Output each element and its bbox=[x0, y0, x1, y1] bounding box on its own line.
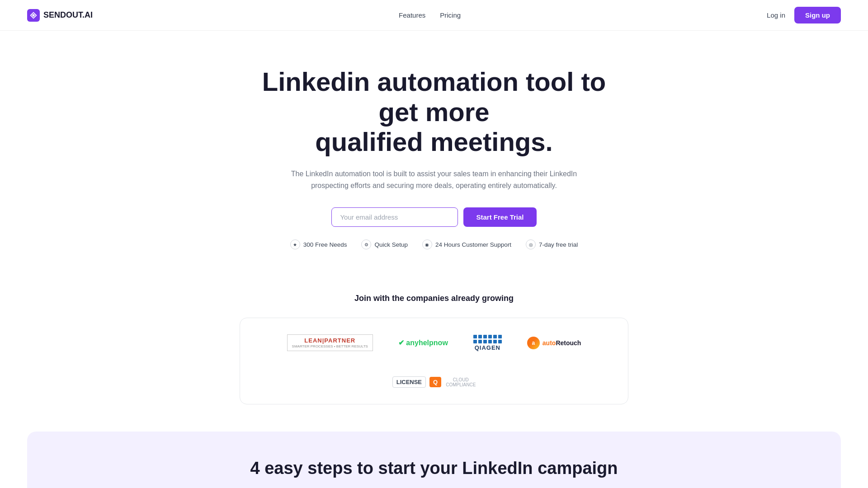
nav-features[interactable]: Features bbox=[399, 11, 425, 19]
nav-pricing[interactable]: Pricing bbox=[440, 11, 461, 19]
hero-cta: Start Free Trial bbox=[258, 207, 610, 227]
signup-button[interactable]: Sign up bbox=[794, 7, 841, 23]
nav-right: Log in Sign up bbox=[767, 7, 841, 23]
login-button[interactable]: Log in bbox=[767, 11, 785, 19]
email-input[interactable] bbox=[331, 207, 458, 227]
navbar: SENDOUT.AI Features Pricing Log in Sign … bbox=[0, 0, 868, 31]
logo-anyhelpnow: ✔ anyhelpnow bbox=[398, 338, 448, 347]
companies-section: Join with the companies already growing … bbox=[0, 272, 868, 422]
badge-quick-setup: ⚙ Quick Setup bbox=[361, 239, 408, 249]
logo-qiagen: QIAGEN bbox=[473, 335, 502, 351]
logo-icon bbox=[27, 9, 40, 22]
support-icon: ◉ bbox=[422, 239, 432, 249]
hero-subtext: The LinkedIn automation tool is built to… bbox=[280, 168, 588, 191]
logo-lean-partner: LEAN|PARTNER SMARTER PROCESSES • BETTER … bbox=[287, 334, 373, 351]
companies-title: Join with the companies already growing bbox=[27, 294, 841, 303]
quick-setup-icon: ⚙ bbox=[361, 239, 371, 249]
hero-headline: Linkedin automation tool to get more qua… bbox=[258, 67, 610, 157]
hero-badges: ★ 300 Free Needs ⚙ Quick Setup ◉ 24 Hour… bbox=[258, 239, 610, 249]
badge-free-needs: ★ 300 Free Needs bbox=[290, 239, 347, 249]
nav-links: Features Pricing bbox=[399, 11, 461, 19]
logo-licenseq: LICENSE Q CLOUDCOMPLIANCE bbox=[392, 376, 476, 388]
svg-point-0 bbox=[32, 14, 34, 16]
hero-section: Linkedin automation tool to get more qua… bbox=[231, 31, 637, 272]
trial-icon: ◎ bbox=[526, 239, 536, 249]
autoretouch-icon: a bbox=[527, 337, 540, 349]
free-needs-icon: ★ bbox=[290, 239, 300, 249]
badge-support: ◉ 24 Hours Customer Support bbox=[422, 239, 511, 249]
steps-title: 4 easy steps to start your LinkedIn camp… bbox=[54, 459, 814, 478]
logo-text: SENDOUT.AI bbox=[43, 10, 93, 20]
start-trial-button[interactable]: Start Free Trial bbox=[463, 207, 536, 227]
badge-trial: ◎ 7-day free trial bbox=[526, 239, 578, 249]
logo[interactable]: SENDOUT.AI bbox=[27, 9, 93, 22]
steps-section: 4 easy steps to start your LinkedIn camp… bbox=[27, 432, 841, 488]
companies-logos-box: LEAN|PARTNER SMARTER PROCESSES • BETTER … bbox=[240, 318, 628, 404]
logo-autoretouch: a autoRetouch bbox=[527, 337, 581, 349]
